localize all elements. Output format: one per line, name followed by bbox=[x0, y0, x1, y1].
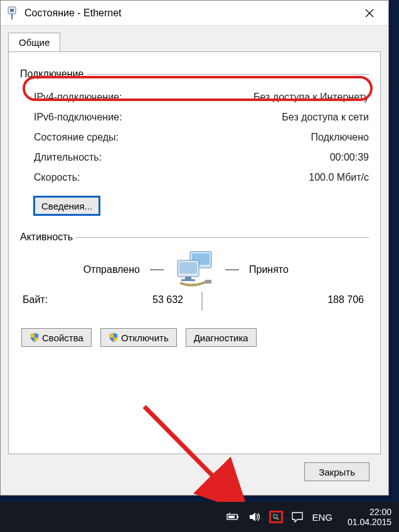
disable-button[interactable]: Отключить bbox=[100, 328, 177, 347]
svg-rect-8 bbox=[179, 262, 197, 274]
ipv6-label: IPv6-подключение: bbox=[34, 107, 122, 127]
taskbar-time: 22:00 bbox=[348, 507, 391, 517]
svg-rect-17 bbox=[274, 515, 277, 518]
ipv4-value: Без доступа к Интернету bbox=[253, 87, 369, 107]
close-icon[interactable] bbox=[356, 1, 383, 25]
network-warning-icon[interactable] bbox=[269, 511, 283, 523]
connection-group-header: Подключение bbox=[20, 68, 369, 80]
svg-rect-15 bbox=[228, 516, 235, 518]
ethernet-status-dialog: Состояние - Ethernet Общие Подключение I… bbox=[0, 0, 389, 496]
system-tray: ENG 22:00 01.04.2015 bbox=[226, 507, 394, 527]
titlebar: Состояние - Ethernet bbox=[1, 1, 388, 26]
action-center-icon[interactable] bbox=[290, 511, 304, 523]
window-title: Состояние - Ethernet bbox=[24, 8, 356, 19]
network-monitors-icon bbox=[174, 250, 215, 289]
taskbar-clock[interactable]: 22:00 01.04.2015 bbox=[348, 507, 391, 527]
details-button[interactable]: Сведения... bbox=[34, 196, 100, 215]
activity-visual: Отправлено Принято bbox=[20, 250, 369, 289]
svg-rect-14 bbox=[237, 516, 238, 518]
battery-icon[interactable] bbox=[226, 511, 240, 523]
svg-rect-9 bbox=[185, 277, 191, 279]
close-button[interactable]: Закрыть bbox=[304, 462, 370, 481]
media-state-label: Состояние среды: bbox=[34, 127, 119, 147]
taskbar-date: 01.04.2015 bbox=[348, 517, 391, 527]
svg-rect-10 bbox=[181, 279, 195, 281]
disable-button-label: Отключить bbox=[121, 332, 169, 343]
sent-label: Отправлено bbox=[40, 264, 140, 275]
diagnose-button[interactable]: Диагностика bbox=[186, 328, 257, 347]
language-indicator[interactable]: ENG bbox=[312, 512, 332, 523]
speed-value: 100.0 Мбит/с bbox=[309, 168, 369, 188]
duration-label: Длительность: bbox=[34, 147, 102, 168]
taskbar: ENG 22:00 01.04.2015 bbox=[0, 502, 399, 532]
svg-point-21 bbox=[278, 519, 279, 519]
properties-button[interactable]: Свойства bbox=[21, 328, 92, 347]
received-label: Принято bbox=[249, 264, 349, 275]
media-state-value: Подключено bbox=[311, 127, 369, 147]
ipv6-value: Без доступа к сети bbox=[282, 107, 369, 127]
ethernet-icon bbox=[6, 6, 18, 20]
speed-label: Скорость: bbox=[34, 168, 80, 188]
bytes-label: Байт: bbox=[20, 292, 95, 311]
connection-header-label: Подключение bbox=[20, 68, 87, 80]
activity-header-label: Активность bbox=[20, 231, 77, 243]
activity-group-header: Активность bbox=[20, 231, 369, 243]
bytes-sent-value: 53 632 bbox=[95, 292, 183, 311]
tab-general[interactable]: Общие bbox=[8, 33, 60, 52]
shield-icon bbox=[29, 332, 40, 343]
svg-rect-11 bbox=[205, 280, 211, 284]
ipv4-label: IPv4-подключение: bbox=[34, 87, 122, 107]
duration-value: 00:00:39 bbox=[330, 147, 369, 168]
tab-panel-general: Подключение IPv4-подключение: Без доступ… bbox=[8, 51, 381, 454]
bytes-separator bbox=[183, 292, 221, 311]
shield-icon bbox=[109, 332, 119, 343]
connection-rows: IPv4-подключение: Без доступа к Интернет… bbox=[20, 87, 369, 188]
svg-rect-1 bbox=[10, 9, 14, 12]
bytes-received-value: 188 706 bbox=[221, 292, 369, 311]
volume-icon[interactable] bbox=[248, 511, 262, 523]
properties-button-label: Свойства bbox=[42, 332, 83, 343]
action-buttons: Свойства Отключить Диагностика bbox=[21, 328, 369, 347]
tab-strip: Общие bbox=[1, 26, 388, 51]
bytes-row: Байт: 53 632 188 706 bbox=[20, 292, 369, 311]
